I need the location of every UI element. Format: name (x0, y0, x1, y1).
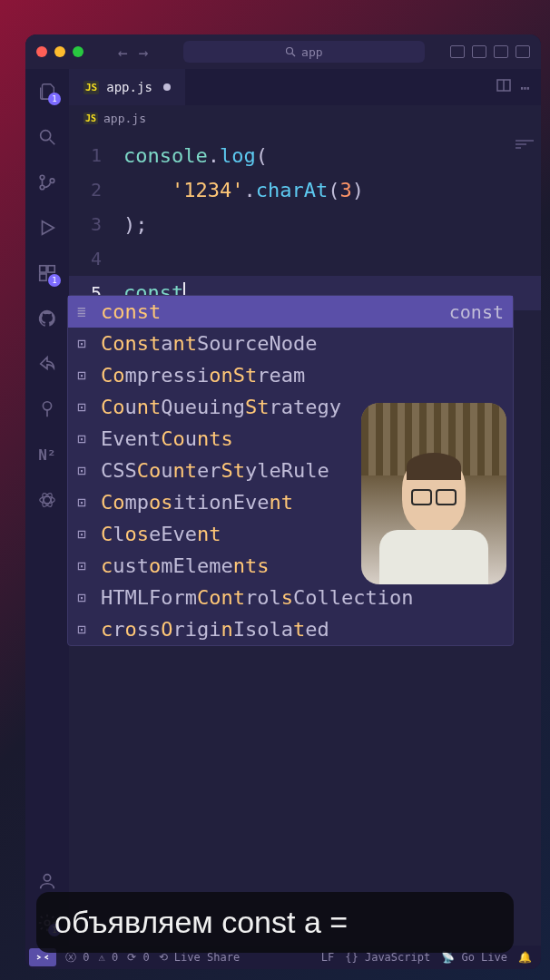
code-content[interactable]: ); (123, 213, 148, 236)
svg-point-11 (43, 402, 51, 410)
layout-controls (450, 45, 530, 58)
autocomplete-item[interactable]: ≣constconst (68, 296, 513, 328)
subtitle-caption: объявляем const a = (36, 892, 514, 953)
account-button[interactable] (35, 869, 59, 893)
minimize-window-button[interactable] (54, 46, 65, 57)
autocomplete-item[interactable]: ⊡ConstantSourceNode (68, 328, 513, 359)
minimap[interactable] (516, 140, 534, 152)
n2-tab[interactable]: N² (35, 443, 59, 466)
svg-point-5 (40, 185, 44, 190)
autocomplete-label: HTMLFormControlsCollection (101, 586, 413, 609)
share-tab[interactable] (35, 352, 59, 376)
svg-point-13 (40, 496, 55, 503)
branch-icon (37, 172, 57, 192)
atom-tab[interactable] (35, 488, 59, 512)
explorer-tab[interactable]: 1 (35, 80, 59, 103)
svg-point-2 (41, 131, 51, 141)
autocomplete-label: CloseEvent (101, 523, 221, 545)
snippet-icon: ≣ (77, 303, 93, 320)
autocomplete-item[interactable]: ⊡HTMLFormControlsCollection (68, 582, 513, 613)
atom-icon (37, 490, 57, 510)
code-content[interactable]: '1234'.charAt(3) (123, 179, 364, 201)
class-icon: ⊡ (77, 621, 93, 638)
notifications-button[interactable]: 🔔 (518, 951, 532, 964)
toggle-panel-button[interactable] (472, 45, 486, 58)
line-number: 3 (69, 213, 123, 235)
remote-icon (36, 952, 49, 963)
dirty-indicator-icon (163, 83, 171, 91)
code-content[interactable]: console.log( (123, 144, 268, 167)
class-icon: ⊡ (77, 367, 93, 384)
nav-back-button[interactable]: ← (118, 43, 128, 62)
activity-bar: 1 1 N² (25, 69, 69, 946)
more-actions-button[interactable]: ⋯ (520, 78, 530, 97)
class-icon: ⊡ (77, 589, 93, 606)
line-number: 4 (69, 248, 123, 270)
autocomplete-label: CompositionEvent (101, 491, 293, 514)
nav-forward-button[interactable]: → (139, 43, 149, 62)
command-search-input[interactable]: app (183, 41, 425, 63)
magnify-icon (37, 127, 57, 147)
golive-button[interactable]: 📡 Go Live (441, 951, 507, 964)
svg-line-3 (50, 140, 55, 145)
js-file-icon: JS (83, 81, 99, 94)
toggle-sidebar-button[interactable] (450, 45, 465, 58)
class-icon: ⊡ (77, 525, 93, 543)
code-line[interactable]: 3); (69, 207, 541, 241)
tree-icon (37, 399, 57, 419)
nav-arrows: ← → (118, 43, 149, 62)
n2-icon: N² (38, 446, 55, 464)
autocomplete-label: customElements (101, 554, 269, 577)
explorer-badge: 1 (48, 93, 61, 105)
class-icon: ⊡ (77, 335, 93, 352)
svg-line-1 (292, 54, 295, 56)
autocomplete-label: const (101, 300, 161, 323)
js-file-icon: JS (83, 113, 98, 124)
line-number: 1 (69, 144, 123, 166)
play-icon (37, 218, 57, 238)
warnings-count[interactable]: ⚠ 0 (98, 951, 118, 964)
code-line[interactable]: 1console.log( (69, 138, 541, 172)
breadcrumb-path: app.js (103, 112, 146, 125)
svg-point-6 (50, 179, 54, 183)
tab-label: app.js (106, 80, 152, 94)
share-icon (37, 354, 57, 374)
extensions-tab[interactable]: 1 (35, 261, 59, 285)
titlebar: ← → app (25, 34, 541, 69)
liveshare-button[interactable]: ⟲ Live Share (159, 951, 240, 964)
class-icon: ⊡ (77, 398, 93, 416)
toggle-secondary-button[interactable] (494, 45, 508, 58)
autocomplete-label: EventCounts (101, 427, 233, 450)
code-line[interactable]: 4 (69, 241, 541, 276)
svg-point-4 (40, 175, 44, 180)
close-window-button[interactable] (36, 46, 47, 57)
maximize-window-button[interactable] (73, 46, 83, 57)
class-icon: ⊡ (77, 430, 93, 447)
autocomplete-label: CompressionStream (101, 364, 305, 387)
line-number: 2 (69, 179, 123, 201)
customize-layout-button[interactable] (516, 45, 530, 58)
language-mode[interactable]: {} JavaScript (345, 951, 430, 964)
autocomplete-label: CSSCounterStyleRule (101, 459, 329, 482)
eol-indicator[interactable]: LF (321, 951, 334, 964)
tree-tab[interactable] (35, 397, 59, 421)
github-icon (37, 309, 57, 328)
scm-tab[interactable] (35, 171, 59, 194)
split-editor-button[interactable] (496, 78, 511, 93)
run-debug-tab[interactable] (35, 216, 59, 240)
autocomplete-item[interactable]: ⊡CompressionStream (68, 359, 513, 391)
autocomplete-item[interactable]: ⊡crossOriginIsolated (68, 613, 513, 645)
autocomplete-label: crossOriginIsolated (101, 618, 329, 641)
autocomplete-label: CountQueuingStrategy (101, 396, 341, 418)
tab-app-js[interactable]: JS app.js (69, 69, 185, 105)
search-placeholder: app (301, 45, 322, 59)
github-tab[interactable] (35, 307, 59, 330)
code-line[interactable]: 2 '1234'.charAt(3) (69, 172, 541, 207)
breadcrumbs[interactable]: JS app.js (69, 105, 541, 131)
svg-rect-9 (48, 266, 54, 272)
webcam-overlay (361, 403, 506, 584)
search-tab[interactable] (35, 125, 59, 149)
autocomplete-label: ConstantSourceNode (101, 332, 317, 355)
port-count[interactable]: ⟳ 0 (127, 951, 149, 964)
svg-point-0 (287, 48, 293, 54)
